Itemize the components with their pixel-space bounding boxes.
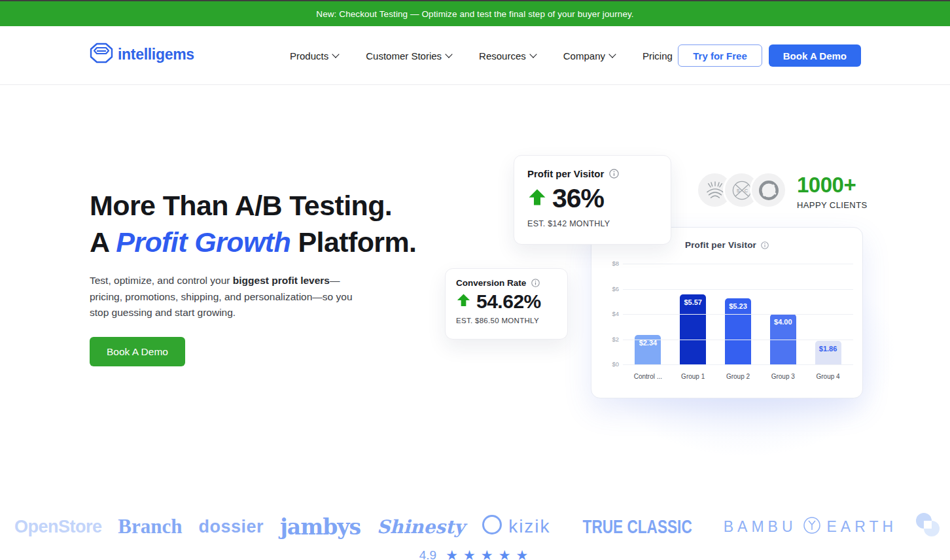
rating-score: 4.9 [419,548,436,560]
chart-plot-area: $2.34Control ...$5.57Group 1$5.23Group 2… [623,264,853,364]
hero-section: More Than A/B Testing. A Profit Growth P… [0,85,950,560]
chart-gridline [623,340,853,340]
earth-wordmark: EARTH [827,518,898,536]
metric-title: Profit per Visitor [527,168,604,179]
header: intelligems Products Customer Stories Re… [0,26,950,85]
announcement-banner[interactable]: New: Checkout Testing — Optimize and tes… [0,1,950,26]
header-actions: Try for Free Book A Demo [678,44,861,67]
heading-line2-prefix: A [90,226,116,258]
client-logo-strip: OpenStore Branch dossier jambys Shinesty… [0,507,950,546]
chart-category-label: Group 4 [799,373,858,380]
info-icon[interactable] [761,241,769,249]
hero-heading: More Than A/B Testing. A Profit Growth P… [90,187,416,260]
heading-line2-suffix: Platform. [290,226,416,258]
metric-title: Conversion Rate [456,278,526,288]
chart-bar[interactable]: $1.86 [815,341,841,364]
nav-resources[interactable]: Resources [479,50,536,61]
partial-logo-venn [913,509,950,544]
nav-customer-stories[interactable]: Customer Stories [366,50,451,61]
chevron-down-icon [445,50,452,58]
metric-value: 36% [552,183,604,214]
nav-pricing[interactable]: Pricing [642,50,673,61]
paragraph-bold: biggest profit levers [233,275,330,286]
bambu-earth-circle-icon [802,516,822,538]
nav-label: Company [563,50,605,61]
logo-text: intelligems [118,46,194,63]
main-nav: Products Customer Stories Resources Comp… [290,26,673,85]
nav-company[interactable]: Company [563,50,615,61]
chevron-down-icon [529,50,537,58]
nav-label: Customer Stories [366,50,442,61]
chart-bar-value-label: $4.00 [770,318,796,326]
chart-ytick-label: $4 [603,310,619,317]
chart-ytick-label: $2 [603,336,619,343]
star-icon: ★ [463,548,476,560]
logo-jambys: jambys [280,514,361,540]
logo-shinesty: Shinesty [377,516,465,538]
logo-kizik: kizik [481,514,550,540]
profit-per-visitor-card: Profit per Visitor 36% EST. $142 MONTHLY [514,155,671,245]
chart-ytick-label: $0 [603,360,619,368]
chart-bar-group: $5.57Group 1 [672,294,714,364]
logo-dossier: dossier [198,517,264,537]
chart-bar-group: $1.86Group 4 [807,341,849,364]
profit-chart-card: Profit per Visitor $2.34Control ...$5.57… [591,227,863,398]
chart-bar[interactable]: $5.23 [725,298,751,364]
metric-subtitle: EST. $86.50 MONTHLY [456,317,557,324]
logo[interactable]: intelligems [90,43,194,66]
logo-bambu-earth: BAMBU EARTH [724,516,897,538]
chart-bar-value-label: $5.57 [680,298,706,306]
chart-ytick-label: $8 [603,260,619,267]
client-avatar-swirl [750,171,787,209]
chart-bar-value-label: $5.23 [725,302,751,310]
star-icon: ★ [516,548,528,560]
logo-branch: Branch [118,515,182,538]
metric-subtitle: EST. $142 MONTHLY [527,219,658,228]
try-for-free-button[interactable]: Try for Free [678,44,762,67]
chart-gridline [623,314,853,315]
kizik-circle-icon [481,514,503,540]
logo-openstore: OpenStore [14,517,102,537]
info-icon[interactable] [609,169,619,179]
chart-gridline [623,264,853,264]
rating-row: 4.9 ★★★★★ [0,548,950,560]
clients-label: HAPPY CLIENTS [797,200,868,210]
heading-highlight: Profit Growth [116,226,290,258]
metric-value: 54.62% [476,290,541,313]
nav-products[interactable]: Products [290,50,338,61]
chevron-down-icon [332,50,340,58]
chart-title: Profit per Visitor [685,240,756,250]
happy-clients-block: 1000+ HAPPY CLIENTS [797,173,868,210]
hero-paragraph: Test, optimize, and control your biggest… [90,273,372,321]
star-icon: ★ [499,548,511,560]
heading-line1: More Than A/B Testing. [90,190,392,221]
chart-bar-group: $5.23Group 2 [717,298,759,364]
up-arrow-icon [456,290,471,313]
nav-label: Resources [479,50,526,61]
star-icon: ★ [446,548,458,560]
kizik-wordmark: kizik [508,516,550,537]
chart-ytick-label: $6 [603,285,619,292]
clients-count: 1000+ [797,173,868,198]
star-icon: ★ [481,548,493,560]
book-a-demo-header-button[interactable]: Book A Demo [769,44,861,67]
paragraph-prefix: Test, optimize, and control your [90,275,233,286]
svg-text:S: S [736,187,739,193]
bambu-wordmark: BAMBU [724,518,797,536]
up-arrow-icon [527,183,547,214]
svg-text:C: C [744,187,747,193]
page: New: Checkout Testing — Optimize and tes… [0,0,950,560]
announcement-text: New: Checkout Testing — Optimize and tes… [316,9,633,19]
conversion-rate-card: Conversion Rate 54.62% EST. $86.50 MONTH… [445,268,568,340]
info-icon[interactable] [531,279,540,287]
chevron-down-icon [608,50,616,58]
client-avatars: S C [696,171,787,209]
book-a-demo-hero-button[interactable]: Book A Demo [90,337,185,366]
chart-bar-value-label: $1.86 [815,345,841,353]
gem-logo-icon [90,43,113,66]
chart-gridline [623,364,853,365]
nav-label: Pricing [642,50,673,61]
chart-bar[interactable]: $5.57 [680,294,706,364]
star-row: ★★★★★ [443,548,531,560]
logo-true-classic: TRUE CLASSIC [582,516,692,538]
